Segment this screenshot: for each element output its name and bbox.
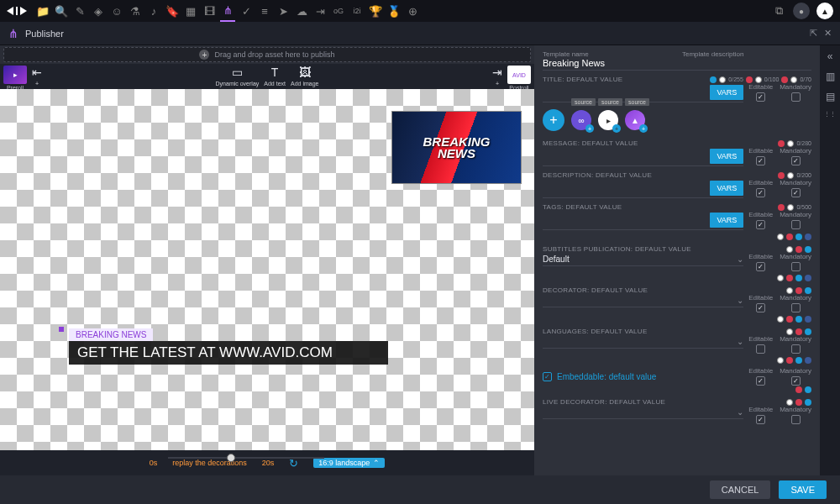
edit-icon[interactable]: ✎ [72, 3, 87, 18]
field-dropdown[interactable]: ⌄ [543, 294, 743, 307]
template-name-input[interactable]: Breaking News [543, 58, 672, 68]
field-input[interactable] [543, 155, 705, 158]
timeline-track[interactable] [168, 457, 324, 459]
popout-icon[interactable]: ⇱ [810, 28, 817, 39]
editable-checkbox[interactable] [756, 376, 765, 386]
footer-bar: CANCEL SAVE [0, 475, 840, 504]
lower-third[interactable]: BREAKING NEWS GET THE LATEST AT WWW.AVID… [69, 328, 388, 365]
rail-doc-icon[interactable]: ▥ [826, 71, 835, 82]
collapse-icon[interactable]: « [827, 50, 833, 62]
flask-icon[interactable]: ⚗ [128, 3, 143, 18]
mandatory-checkbox[interactable] [791, 220, 801, 229]
mandatory-checkbox[interactable] [791, 156, 801, 165]
field-dropdown[interactable]: Default⌄ [543, 253, 743, 266]
search-icon[interactable]: 🔍 [54, 3, 69, 18]
rail-layers-icon[interactable]: ▤ [826, 91, 835, 102]
save-button[interactable]: SAVE [779, 480, 827, 499]
list-icon[interactable]: ≡ [257, 3, 272, 18]
editable-checkbox[interactable] [756, 262, 765, 271]
editable-checkbox[interactable] [756, 344, 765, 354]
right-rail: « ▥ ▤ ⋮⋮ [820, 45, 840, 475]
mandatory-checkbox[interactable] [791, 415, 801, 424]
notifications-icon[interactable]: ● [793, 3, 810, 19]
rail-more-icon[interactable]: ⋮⋮ [824, 111, 836, 118]
field-label: TAGS: DEFAULT VALUE [543, 203, 622, 211]
check-icon[interactable]: ✓ [239, 3, 254, 18]
timeline-playhead[interactable] [227, 454, 235, 462]
field-description: DESCRIPTION: DEFAULT VALUE 0/200 VARS Ed… [543, 171, 811, 198]
add-text-button[interactable]: TAdd text [264, 66, 286, 87]
mandatory-checkbox[interactable] [791, 303, 801, 312]
diamond-icon[interactable]: ◈ [91, 3, 106, 18]
properties-panel: Template name Breaking News Template des… [534, 45, 820, 475]
close-icon[interactable]: ✕ [824, 28, 832, 39]
lower-third-tag: BREAKING NEWS [69, 328, 153, 341]
vars-button[interactable]: VARS [710, 85, 743, 100]
share-icon[interactable]: ⋔ [220, 0, 235, 22]
clip-icon[interactable]: ⇥ [312, 3, 328, 18]
field-message: MESSAGE: DEFAULT VALUE 0/280 VARS Editab… [543, 139, 811, 166]
trophy-icon[interactable]: 🏆 [368, 3, 383, 18]
editable-checkbox[interactable] [756, 156, 765, 165]
profile-avatar[interactable]: ▲ [816, 3, 833, 19]
dynamic-overlay-button[interactable]: ▭Dynamic overlay [216, 66, 260, 87]
dropzone[interactable]: + Drag and drop asset here to publish [3, 47, 531, 62]
replay-decorations-button[interactable]: replay the decorations [172, 459, 247, 467]
editable-checkbox[interactable] [756, 415, 765, 424]
editable-checkbox[interactable] [756, 303, 765, 312]
dropzone-label: Drag and drop asset here to publish [214, 50, 334, 59]
cloud-icon[interactable]: ☁ [294, 3, 309, 18]
preview-canvas[interactable]: BREAKINGNEWS BREAKING NEWS GET THE LATES… [0, 89, 534, 450]
og-icon[interactable]: oG [331, 3, 346, 18]
timeline-start: 0s [150, 459, 158, 467]
copy-icon[interactable]: ⧉ [771, 3, 786, 18]
field-dropdown[interactable]: ⌄ [543, 406, 743, 419]
timeline-controls: 0s replay the decorations 20s ↻ 16:9 lan… [0, 450, 534, 475]
note-icon[interactable]: ♪ [146, 3, 161, 18]
award-icon[interactable]: 🏅 [386, 3, 402, 18]
field-languages: LANGUAGES: DEFAULT VALUE ⌄ Editable Mand… [543, 328, 811, 354]
field-dropdown[interactable]: ⌄ [543, 335, 743, 349]
editable-checkbox[interactable] [756, 220, 765, 229]
destination-3[interactable]: ▲+ [625, 110, 645, 130]
thumbnail-overlay[interactable]: BREAKINGNEWS [391, 111, 522, 184]
panel-header: ⋔ Publisher ⇱ ✕ [0, 22, 840, 45]
postroll-chip[interactable]: AVID [507, 66, 531, 84]
mandatory-checkbox[interactable] [791, 376, 801, 386]
field-label: LIVE DECORATOR: DEFAULT VALUE [543, 398, 665, 406]
folder-icon[interactable]: 📁 [35, 3, 50, 18]
field-input[interactable] [543, 91, 705, 94]
mandatory-checkbox[interactable] [791, 262, 801, 271]
film-icon[interactable]: 🎞 [202, 3, 217, 18]
bookmark-icon[interactable]: 🔖 [165, 3, 180, 18]
mandatory-checkbox[interactable] [791, 188, 801, 197]
prev-marker-button[interactable]: ⇤+ [32, 66, 42, 87]
preroll-chip[interactable]: ▸ [3, 66, 27, 84]
vars-button[interactable]: VARS [710, 213, 743, 228]
editable-checkbox[interactable] [756, 188, 765, 197]
cancel-button[interactable]: CANCEL [710, 480, 771, 499]
embeddable-checkbox[interactable] [543, 372, 552, 381]
field-input[interactable] [543, 186, 705, 190]
vars-button[interactable]: VARS [710, 181, 743, 196]
mandatory-checkbox[interactable] [791, 344, 801, 354]
next-marker-button[interactable]: ⇥+ [492, 66, 502, 87]
field-label: SUBTITLES PUBLICATION: DEFAULT VALUE [543, 245, 691, 253]
editable-checkbox[interactable] [756, 92, 765, 102]
template-name-label: Template name [543, 50, 672, 58]
embeddable-label: Embeddable: default value [557, 372, 656, 381]
add-destination-button[interactable]: + [543, 109, 564, 131]
destination-1[interactable]: ∞+ [571, 110, 591, 130]
field-input[interactable] [543, 218, 705, 222]
send-icon[interactable]: ➤ [276, 3, 291, 18]
destination-2[interactable]: ▸+ [598, 110, 618, 130]
add-image-button[interactable]: 🖼Add image [291, 66, 318, 87]
aspect-ratio-select[interactable]: 16:9 landscape ⌃ [313, 458, 385, 468]
editor-pane: + Drag and drop asset here to publish ▸ … [0, 45, 534, 475]
mandatory-checkbox[interactable] [791, 92, 801, 102]
user-icon[interactable]: ☺ [109, 3, 124, 18]
i2i-icon[interactable]: i2i [349, 3, 365, 18]
zoom-icon[interactable]: ⊕ [405, 3, 420, 18]
grid-icon[interactable]: ▦ [183, 3, 198, 18]
vars-button[interactable]: VARS [710, 149, 743, 164]
